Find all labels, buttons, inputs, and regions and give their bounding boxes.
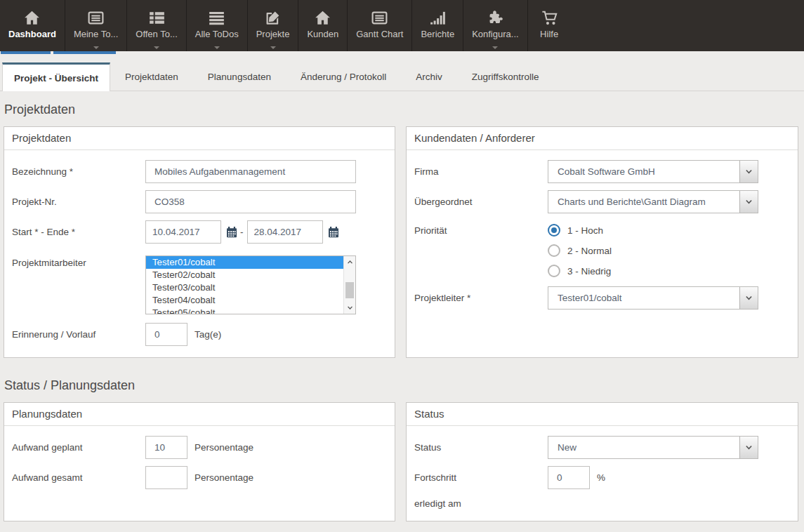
- th-list-icon: [149, 8, 165, 26]
- radio-icon[interactable]: [548, 265, 560, 277]
- list-item[interactable]: Tester04/cobalt: [146, 294, 355, 307]
- panel-kundendaten: Kundendaten / Anforderer Firma Cobalt So…: [406, 126, 798, 358]
- field-label-status: Status: [410, 442, 548, 453]
- field-label-bezeichnung: Bezeichnung *: [8, 166, 145, 177]
- field-label-fortschritt: Fortschritt: [410, 472, 548, 483]
- panel-title: Kundendaten / Anforderer: [407, 127, 798, 150]
- nav-item-gantt-chart[interactable]: Gantt Chart: [347, 0, 411, 51]
- nav-active-indicator: [53, 51, 116, 54]
- scroll-up-icon[interactable]: [344, 257, 355, 267]
- field-label-prioritaet: Priorität: [410, 223, 548, 236]
- uebergeordnet-select[interactable]: Charts und Berichte\Gantt Diagram: [548, 190, 758, 213]
- list-icon: [209, 8, 225, 26]
- radio-option-hoch[interactable]: 1 - Hoch: [548, 224, 612, 237]
- nav-item-label: Dashboard: [8, 29, 56, 39]
- aufwand-geplant-input[interactable]: [145, 436, 187, 459]
- list-alt-icon: [88, 8, 104, 26]
- home-icon: [24, 8, 40, 26]
- nav-item-label: Projekte: [256, 29, 290, 39]
- panel-projektdaten: Projektdaten Bezeichnung * Projekt-Nr. S…: [4, 126, 395, 358]
- selected-value: Charts und Berichte\Gantt Diagram: [558, 197, 706, 207]
- field-label-start-ende: Start * - Ende *: [8, 227, 145, 237]
- field-label-aufwand-gesamt: Aufwand gesamt: [8, 472, 145, 483]
- nav-item-kunden[interactable]: Kunden: [298, 0, 347, 51]
- list-item[interactable]: Tester02/cobalt: [146, 269, 355, 281]
- panel-status: Status Status New Fortschritt % erledigt…: [406, 402, 798, 521]
- fortschritt-input[interactable]: [548, 466, 590, 489]
- bezeichnung-input[interactable]: [145, 160, 356, 183]
- unit-label-tage: Tag(e): [195, 329, 221, 340]
- field-label-uebergeordnet: Übergeordnet: [410, 197, 548, 207]
- scroll-down-icon[interactable]: [344, 302, 355, 313]
- chevron-down-icon: [739, 287, 758, 309]
- nav-item-konfiguration[interactable]: Konfigura...: [463, 0, 527, 51]
- nav-item-hilfe[interactable]: Hilfe: [527, 0, 571, 51]
- nav-item-label: Meine To...: [74, 29, 118, 39]
- radio-selected-icon[interactable]: [548, 224, 560, 237]
- nav-item-berichte[interactable]: Berichte: [411, 0, 463, 51]
- list-item[interactable]: Tester03/cobalt: [146, 281, 355, 294]
- selected-value: New: [558, 442, 576, 453]
- chevron-down-icon: [739, 437, 758, 458]
- nav-item-label: Offen To...: [136, 29, 178, 39]
- date-range-separator: -: [240, 227, 244, 237]
- radio-icon[interactable]: [548, 244, 560, 257]
- list-item[interactable]: Tester01/cobalt: [146, 256, 355, 269]
- puzzle-icon: [487, 8, 503, 26]
- nav-item-projekte[interactable]: Projekte: [247, 0, 298, 51]
- nav-item-dashboard[interactable]: Dashboard: [0, 0, 65, 51]
- panel-planungsdaten: Planungsdaten Aufwand geplant Personenta…: [4, 402, 395, 521]
- tab-archiv[interactable]: Archiv: [401, 62, 457, 91]
- prioritaet-radio-group: 1 - Hoch 2 - Normal 3 - Niedrig: [548, 223, 612, 277]
- list-item[interactable]: Tester05/cobalt: [146, 307, 355, 314]
- panel-title: Planungsdaten: [4, 403, 395, 426]
- listbox-scrollbar[interactable]: [343, 256, 355, 314]
- tab-aenderung-protokoll[interactable]: Änderung / Protokoll: [286, 62, 401, 91]
- firma-select[interactable]: Cobalt Software GmbH: [548, 160, 758, 183]
- calendar-icon[interactable]: [226, 227, 237, 238]
- list-alt-icon: [371, 8, 388, 26]
- projekt-nr-input[interactable]: [145, 190, 356, 213]
- section-heading-projektdaten: Projektdaten: [4, 102, 804, 117]
- field-label-projektleiter: Projektleiter *: [410, 293, 548, 303]
- section-heading-status-planungsdaten: Status / Planungsdaten: [4, 378, 804, 393]
- bar-chart-icon: [430, 8, 446, 26]
- top-navbar: Dashboard Meine To... Offen To... Alle T…: [0, 0, 804, 51]
- tab-projekt-uebersicht[interactable]: Projekt - Übersicht: [2, 62, 110, 91]
- nav-item-label: Kunden: [307, 29, 338, 39]
- nav-item-label: Berichte: [421, 29, 454, 39]
- status-select[interactable]: New: [548, 436, 758, 459]
- radio-label: 2 - Normal: [567, 246, 612, 256]
- chevron-down-icon: [154, 46, 159, 49]
- unit-label-personentage: Personentage: [195, 442, 253, 453]
- tab-zugriffskontrolle[interactable]: Zugriffskontrolle: [457, 62, 554, 91]
- field-label-aufwand-geplant: Aufwand geplant: [8, 442, 145, 453]
- scrollbar-thumb[interactable]: [345, 282, 354, 298]
- radio-option-niedrig[interactable]: 3 - Niedrig: [548, 265, 612, 277]
- projektleiter-select[interactable]: Tester01/cobalt: [548, 286, 758, 310]
- page-tabs: Projekt - Übersicht Projektdaten Planung…: [0, 62, 804, 91]
- nav-item-alle-todos[interactable]: Alle ToDos: [186, 0, 247, 51]
- field-label-projekt-nr: Projekt-Nr.: [8, 197, 145, 207]
- nav-active-indicator: [1, 51, 51, 54]
- radio-option-normal[interactable]: 2 - Normal: [548, 244, 612, 257]
- chevron-down-icon: [492, 46, 498, 49]
- projektmitarbeiter-listbox[interactable]: Tester01/cobalt Tester02/cobalt Tester03…: [145, 255, 356, 314]
- radio-label: 3 - Niedrig: [567, 266, 611, 277]
- field-label-erledigt-am: erledigt am: [410, 498, 548, 509]
- ende-date-input[interactable]: [247, 220, 323, 244]
- nav-item-meine-todos[interactable]: Meine To...: [65, 0, 126, 51]
- tab-planungsdaten[interactable]: Planungsdaten: [193, 62, 286, 91]
- aufwand-gesamt-input[interactable]: [145, 466, 187, 489]
- erinnerung-input[interactable]: [145, 323, 187, 346]
- start-date-input[interactable]: [145, 220, 221, 244]
- home-icon: [315, 8, 331, 26]
- chevron-down-icon: [93, 46, 99, 49]
- tab-projektdaten[interactable]: Projektdaten: [110, 62, 193, 91]
- nav-item-offene-todos[interactable]: Offen To...: [126, 0, 186, 51]
- nav-item-label: Konfigura...: [472, 29, 519, 39]
- field-label-firma: Firma: [410, 166, 548, 177]
- chevron-down-icon: [739, 191, 758, 213]
- calendar-icon[interactable]: [328, 227, 339, 238]
- unit-label-percent: %: [597, 472, 605, 483]
